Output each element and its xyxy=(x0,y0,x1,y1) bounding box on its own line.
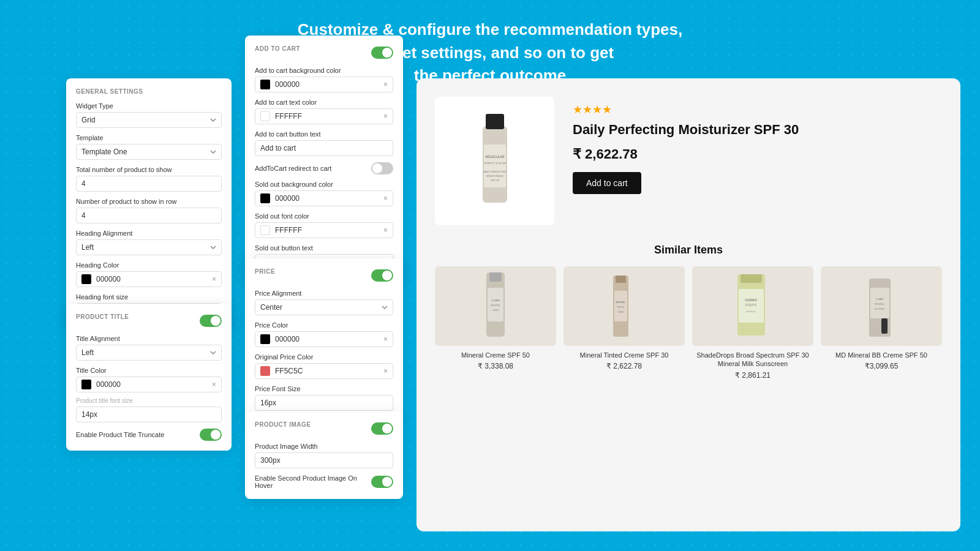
title-alignment-label: Title Alignment xyxy=(76,335,222,342)
heading-alignment-label: Heading Alignment xyxy=(76,230,222,237)
similar-item-image: SUMMER FRIDAYS ShadeDrops xyxy=(692,266,813,346)
title-alignment-select[interactable]: Left xyxy=(76,345,222,361)
svg-rect-27 xyxy=(881,318,888,334)
price-color-value: 000000 xyxy=(275,335,379,343)
atc-redirect-label: AddToCart redirect to cart xyxy=(255,165,331,172)
product-image-toggle[interactable] xyxy=(371,422,393,435)
original-price-color-label: Original Price Color xyxy=(255,353,393,361)
similar-item-image: MINERAL TINTED CREME xyxy=(564,266,685,346)
atc-text-value: FFFFFF xyxy=(275,112,379,121)
heading-color-clear[interactable]: × xyxy=(212,275,216,283)
svg-text:BB CREME: BB CREME xyxy=(875,308,884,310)
price-toggle[interactable] xyxy=(371,269,393,282)
sold-out-font-swatch xyxy=(260,225,270,235)
truncate-label: Enable Product Title Truncate xyxy=(76,431,164,438)
widget-type-label: Widget Type xyxy=(76,102,222,110)
sold-out-font-clear[interactable]: × xyxy=(383,226,388,234)
image-width-input[interactable] xyxy=(255,452,393,468)
similar-item-price: ₹3,099.65 xyxy=(821,362,942,370)
list-item: CLEAR MINERAL BB CREME MD Mineral BB Cre… xyxy=(821,266,942,380)
atc-bg-clear[interactable]: × xyxy=(383,80,388,89)
title-color-value: 000000 xyxy=(96,380,207,389)
price-alignment-select[interactable]: Center xyxy=(255,299,393,315)
atc-button-text-input[interactable] xyxy=(255,140,393,156)
svg-text:FRIDAYS: FRIDAYS xyxy=(745,304,756,307)
svg-text:SUMMER: SUMMER xyxy=(745,299,758,302)
product-price: ₹ 2,622.78 xyxy=(573,146,942,162)
title-font-size-input[interactable] xyxy=(76,407,222,422)
sold-out-bg-swatch xyxy=(260,193,270,203)
price-font-size-input[interactable] xyxy=(255,395,393,411)
heading-alignment-select[interactable]: Left xyxy=(76,239,222,255)
add-to-cart-toggle[interactable] xyxy=(371,47,393,59)
sold-out-font-field: FFFFFF × xyxy=(255,222,393,238)
template-label: Template xyxy=(76,134,222,141)
total-products-input[interactable] xyxy=(76,176,222,192)
svg-text:CLEAR: CLEAR xyxy=(876,298,883,301)
atc-text-color-label: Add to cart text color xyxy=(255,99,393,106)
svg-rect-1 xyxy=(486,114,504,129)
product-image-title: PRODUCT IMAGE xyxy=(255,421,311,428)
title-color-label: Title Color xyxy=(76,367,222,374)
svg-text:MINERAL: MINERAL xyxy=(875,303,884,305)
hover-image-toggle[interactable] xyxy=(371,476,393,488)
sold-out-bg-clear[interactable]: × xyxy=(383,194,388,203)
svg-text:MOISTURIZER: MOISTURIZER xyxy=(486,174,503,178)
product-title-toggle[interactable] xyxy=(200,315,222,327)
truncate-toggle[interactable] xyxy=(200,429,222,441)
atc-bg-swatch xyxy=(260,80,270,89)
sold-out-bg-value: 000000 xyxy=(275,194,379,203)
product-stars: ★★★★ xyxy=(573,103,942,116)
similar-item-price: ₹ 2,861.21 xyxy=(692,371,813,380)
title-color-clear[interactable]: × xyxy=(212,380,216,389)
product-image-box: MOLECULAR PERFECT & GLOW DAILY PERFECTIN… xyxy=(435,97,554,225)
price-color-label: Price Color xyxy=(255,321,393,329)
similar-item-name: ShadeDrops Broad Spectrum SPF 30 Mineral… xyxy=(692,351,813,369)
atc-bg-color-field: 000000 × xyxy=(255,77,393,92)
svg-text:TINTED: TINTED xyxy=(617,306,625,309)
add-to-cart-button[interactable]: Add to cart xyxy=(573,172,641,194)
svg-text:MINERAL: MINERAL xyxy=(616,301,625,304)
sold-out-bg-label: Sold out background color xyxy=(255,181,393,188)
atc-text-swatch xyxy=(260,111,270,121)
similar-items-title: Similar Items xyxy=(435,244,942,257)
similar-item-image: CLEAR MINERAL CREME xyxy=(435,266,556,346)
price-alignment-label: Price Alignment xyxy=(255,290,393,297)
heading-font-size-label: Heading font size xyxy=(76,293,222,301)
similar-item-name: Mineral Creme SPF 50 xyxy=(435,351,556,359)
heading-color-value: 000000 xyxy=(96,275,207,283)
svg-text:CLEAR: CLEAR xyxy=(491,299,499,302)
products-per-row-input[interactable] xyxy=(76,208,222,223)
template-select[interactable]: Template One xyxy=(76,144,222,160)
price-color-swatch xyxy=(260,334,270,344)
list-item: SUMMER FRIDAYS ShadeDrops ShadeDrops Bro… xyxy=(692,266,813,380)
original-price-value: FF5C5C xyxy=(275,367,379,375)
product-title-section-title: PRODUCT TITLE xyxy=(76,313,129,320)
total-products-label: Total number of product to show xyxy=(76,166,222,173)
product-image-panel: PRODUCT IMAGE Product Image Width Enable… xyxy=(245,411,403,499)
heading-color-field: 000000 × xyxy=(76,271,222,287)
atc-button-text-label: Add to cart button text xyxy=(255,130,393,138)
atc-redirect-toggle[interactable] xyxy=(371,162,393,174)
svg-text:PERFECT & GLOW: PERFECT & GLOW xyxy=(484,162,506,165)
atc-text-clear[interactable]: × xyxy=(383,112,388,121)
similar-items-grid: CLEAR MINERAL CREME Mineral Creme SPF 50… xyxy=(435,266,942,380)
svg-rect-21 xyxy=(741,274,762,283)
products-per-row-label: Number of product to show in row xyxy=(76,198,222,205)
heading-color-label: Heading Color xyxy=(76,261,222,269)
product-bottle-image: MOLECULAR PERFECT & GLOW DAILY PERFECTIN… xyxy=(470,108,519,215)
image-width-label: Product Image Width xyxy=(255,443,393,450)
product-info: ★★★★ Daily Perfecting Moisturizer SPF 30… xyxy=(573,97,942,225)
atc-bg-value: 000000 xyxy=(275,80,379,89)
svg-rect-9 xyxy=(489,272,502,282)
price-color-clear[interactable]: × xyxy=(383,335,388,343)
sold-out-font-label: Sold out font color xyxy=(255,212,393,220)
original-price-clear[interactable]: × xyxy=(383,367,388,375)
svg-text:ShadeDrops: ShadeDrops xyxy=(746,310,756,313)
hover-image-label: Enable Second Product Image On Hover xyxy=(255,474,371,489)
svg-text:SPF 30: SPF 30 xyxy=(491,179,499,182)
price-font-size-label: Price Font Size xyxy=(255,385,393,392)
product-name: Daily Perfecting Moisturizer SPF 30 xyxy=(573,121,942,139)
sold-out-font-value: FFFFFF xyxy=(275,226,379,234)
widget-type-select[interactable]: Grid xyxy=(76,112,222,128)
